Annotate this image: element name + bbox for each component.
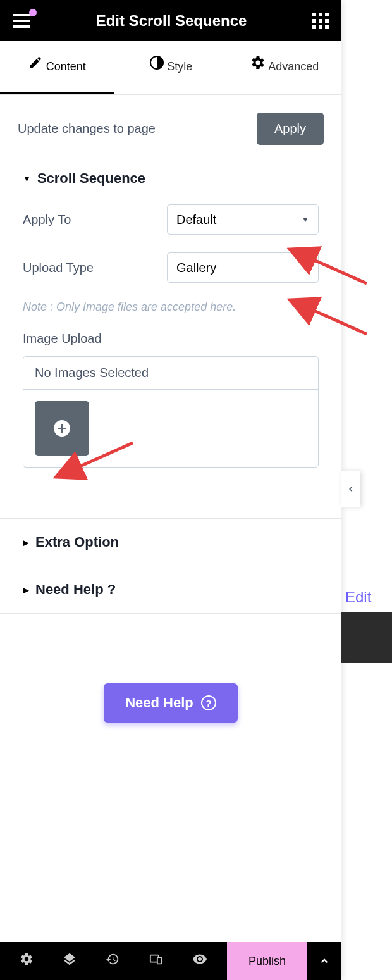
- tab-label: Style: [167, 60, 192, 73]
- control-apply-to: Apply To Default ▼: [23, 204, 319, 235]
- control-upload-type: Upload Type Gallery ▼: [23, 252, 319, 283]
- publish-button[interactable]: Publish: [227, 942, 307, 980]
- section-header-scroll[interactable]: ▼ Scroll Sequence: [23, 170, 319, 187]
- question-icon: ?: [201, 695, 216, 710]
- label-apply-to: Apply To: [23, 213, 71, 227]
- image-upload-box: No Images Selected: [23, 356, 319, 468]
- add-image-button[interactable]: [35, 401, 89, 456]
- chevron-down-icon: ▼: [302, 215, 309, 224]
- edit-link[interactable]: Edit: [341, 588, 371, 606]
- need-help-button[interactable]: Need Help ?: [104, 683, 238, 723]
- plus-icon: [54, 420, 70, 437]
- menu-button[interactable]: [13, 14, 30, 28]
- select-apply-to[interactable]: Default ▼: [167, 204, 319, 235]
- upload-empty-text: No Images Selected: [23, 357, 318, 390]
- need-help-label: Need Help: [125, 695, 193, 711]
- select-upload-type[interactable]: Gallery ▼: [167, 252, 319, 283]
- apply-text: Update changes to page: [18, 121, 156, 136]
- gear-icon: [250, 55, 266, 74]
- editor-header: Edit Scroll Sequence: [0, 0, 341, 41]
- section-title: Need Help ?: [35, 581, 116, 598]
- apply-button[interactable]: Apply: [257, 113, 324, 145]
- section-need-help[interactable]: ▶ Need Help ?: [0, 566, 341, 614]
- caret-down-icon: ▼: [23, 174, 31, 183]
- section-scroll-sequence: ▼ Scroll Sequence Apply To Default ▼ Upl…: [0, 158, 341, 480]
- section-extra-option[interactable]: ▶ Extra Option: [0, 518, 341, 566]
- section-title: Extra Option: [35, 534, 119, 550]
- tab-label: Content: [46, 60, 86, 73]
- select-value: Default: [176, 213, 216, 227]
- caret-right-icon: ▶: [23, 538, 29, 547]
- responsive-icon[interactable]: [149, 952, 163, 970]
- label-image-upload: Image Upload: [23, 332, 319, 346]
- pencil-icon: [28, 55, 43, 74]
- preview-icon[interactable]: [192, 952, 207, 971]
- tab-label: Advanced: [268, 60, 319, 73]
- apps-grid-button[interactable]: [312, 13, 329, 29]
- tab-content[interactable]: Content: [0, 41, 114, 94]
- preview-area: [341, 612, 392, 663]
- tab-advanced[interactable]: Advanced: [228, 41, 341, 94]
- label-upload-type: Upload Type: [23, 261, 94, 275]
- note-text: Note : Only Image files are accepted her…: [23, 301, 319, 314]
- select-value: Gallery: [176, 261, 216, 275]
- svg-rect-2: [157, 957, 161, 964]
- header-title: Edit Scroll Sequence: [96, 12, 247, 30]
- publish-options-button[interactable]: [307, 942, 341, 980]
- chevron-down-icon: ▼: [302, 263, 309, 272]
- caret-right-icon: ▶: [23, 585, 29, 595]
- panel-collapse-button[interactable]: [341, 471, 360, 507]
- settings-icon[interactable]: [20, 952, 34, 970]
- layers-icon[interactable]: [63, 952, 77, 970]
- editor-footer: Publish: [0, 942, 341, 980]
- notification-dot: [29, 9, 37, 16]
- tab-style[interactable]: Style: [114, 41, 228, 94]
- history-icon[interactable]: [106, 952, 119, 970]
- contrast-icon: [149, 55, 164, 74]
- section-title: Scroll Sequence: [37, 170, 145, 187]
- editor-tabs: Content Style Advanced: [0, 41, 341, 95]
- apply-row: Update changes to page Apply: [0, 95, 341, 158]
